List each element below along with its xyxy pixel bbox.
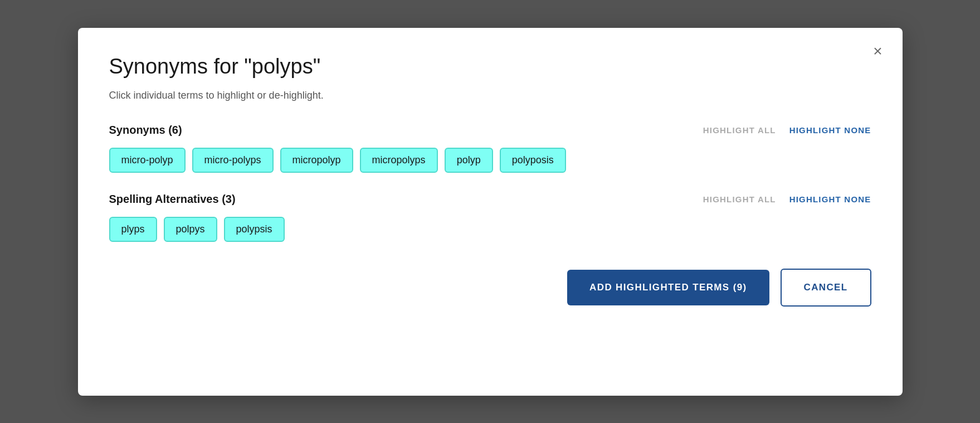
list-item[interactable]: polypsis (224, 217, 285, 242)
spelling-actions: HIGHLIGHT ALL HIGHLIGHT NONE (703, 195, 871, 204)
close-button[interactable]: × (873, 43, 882, 59)
synonyms-section: Synonyms (6) HIGHLIGHT ALL HIGHLIGHT NON… (109, 124, 871, 173)
synonyms-section-header: Synonyms (6) HIGHLIGHT ALL HIGHLIGHT NON… (109, 124, 871, 137)
list-item[interactable]: plyps (109, 217, 157, 242)
modal-title: Synonyms for "polyps" (109, 55, 871, 79)
synonyms-section-title: Synonyms (6) (109, 124, 182, 137)
spelling-section: Spelling Alternatives (3) HIGHLIGHT ALL … (109, 193, 871, 242)
list-item[interactable]: micropolyps (360, 148, 438, 173)
spelling-tags-container: plyps polpys polypsis (109, 217, 871, 242)
list-item[interactable]: polyp (445, 148, 493, 173)
modal-subtitle: Click individual terms to highlight or d… (109, 90, 871, 101)
list-item[interactable]: micro-polyp (109, 148, 186, 173)
modal-overlay: × Synonyms for "polyps" Click individual… (0, 0, 980, 423)
modal-footer: ADD HIGHLIGHTED TERMS (9) CANCEL (109, 269, 871, 307)
spelling-highlight-all-button[interactable]: HIGHLIGHT ALL (703, 195, 776, 204)
list-item[interactable]: micro-polyps (192, 148, 274, 173)
synonyms-tags-container: micro-polyp micro-polyps micropolyp micr… (109, 148, 871, 173)
modal-dialog: × Synonyms for "polyps" Click individual… (78, 28, 903, 396)
add-highlighted-terms-button[interactable]: ADD HIGHLIGHTED TERMS (9) (567, 270, 769, 305)
list-item[interactable]: micropolyp (280, 148, 353, 173)
cancel-button[interactable]: CANCEL (781, 269, 871, 307)
synonyms-highlight-none-button[interactable]: HIGHLIGHT NONE (789, 125, 871, 135)
list-item[interactable]: polyposis (500, 148, 566, 173)
spelling-section-title: Spelling Alternatives (3) (109, 193, 236, 206)
spelling-highlight-none-button[interactable]: HIGHLIGHT NONE (789, 195, 871, 204)
list-item[interactable]: polpys (164, 217, 217, 242)
synonyms-actions: HIGHLIGHT ALL HIGHLIGHT NONE (703, 125, 871, 135)
synonyms-highlight-all-button[interactable]: HIGHLIGHT ALL (703, 125, 776, 135)
spelling-section-header: Spelling Alternatives (3) HIGHLIGHT ALL … (109, 193, 871, 206)
